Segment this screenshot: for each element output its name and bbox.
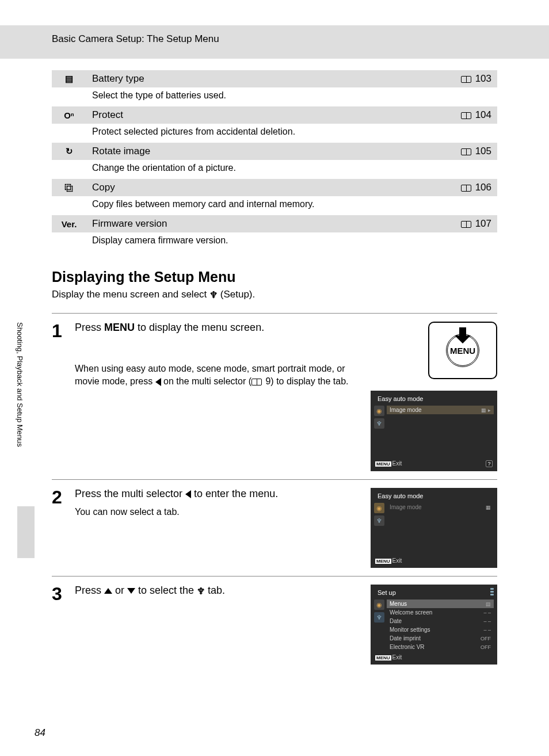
- step-2: 2 Press the multi selector to enter the …: [52, 488, 497, 568]
- divider: [52, 576, 497, 576]
- option-name: Rotate image: [86, 143, 451, 160]
- lcd-screenshot-3: Set up ◉ ♆ Menus▤Welcome screen– –Date– …: [371, 585, 497, 665]
- table-row-desc: Protect selected pictures from accidenta…: [52, 124, 497, 143]
- triangle-up-icon: [104, 588, 112, 594]
- step-number: 3: [52, 585, 75, 603]
- section-intro: Display the menu screen and select ♆ (Se…: [52, 289, 497, 300]
- lcd-row: Image mode▦ ▸: [387, 406, 494, 414]
- lcd-title: Set up: [374, 588, 399, 600]
- step-1-description: When using easy auto mode, scene mode, s…: [75, 362, 354, 388]
- rotate-icon: ↻: [52, 143, 86, 160]
- camera-tab-icon: ◉: [374, 503, 384, 513]
- wrench-tab-icon: ♆: [374, 516, 384, 526]
- book-icon: [461, 185, 471, 192]
- option-description: Display camera firmware version.: [86, 232, 497, 251]
- option-name: Copy: [86, 179, 451, 196]
- lcd-row: Date imprintOFF: [387, 634, 494, 643]
- menu-button-figure: MENU: [428, 322, 497, 379]
- step-number: 2: [52, 488, 75, 506]
- table-row: OⁿProtect 104: [52, 106, 497, 124]
- lcd-row: Electronic VROFF: [387, 643, 494, 651]
- step-1: 1 Press MENU to display the menu screen.…: [52, 322, 497, 471]
- table-row-desc: Select the type of batteries used.: [52, 87, 497, 106]
- step-3-title: Press or to select the ♆ tab.: [75, 585, 354, 597]
- page-ref: 106: [451, 179, 497, 196]
- table-row: ↻Rotate image 105: [52, 143, 497, 160]
- option-description: Change the orientation of a picture.: [86, 160, 497, 179]
- wrench-tab-icon: ♆: [374, 612, 384, 623]
- step-3: 3 Press or to select the ♆ tab. Set up: [52, 585, 497, 665]
- help-icon: ?: [486, 460, 493, 467]
- option-description: Select the type of batteries used.: [86, 87, 497, 106]
- step-1-title: Press MENU to display the menu screen.: [75, 322, 354, 334]
- page-ref: 105: [451, 143, 497, 160]
- page-header: Basic Camera Setup: The Setup Menu: [0, 25, 549, 59]
- down-arrow-icon: [455, 327, 471, 343]
- wrench-icon: ♆: [209, 289, 218, 300]
- battery-icon: ▤: [52, 70, 86, 87]
- book-icon: [461, 148, 471, 155]
- book-icon: [461, 76, 471, 83]
- option-description: Copy files between memory card and inter…: [86, 196, 497, 215]
- lcd-row: Monitor settings– –: [387, 625, 494, 634]
- step-2-description: You can now select a tab.: [75, 506, 354, 518]
- triangle-down-icon: [127, 588, 135, 594]
- lcd-row: Menus▤: [387, 600, 494, 608]
- wrench-icon: ♆: [197, 586, 205, 597]
- table-row: ▤Battery type 103: [52, 70, 497, 87]
- setup-options-table: ▤Battery type 103Select the type of batt…: [52, 70, 497, 251]
- lcd-screenshot-2: Easy auto mode ◉ ♆ Image mode▦: [371, 488, 497, 568]
- page-ref: 107: [451, 215, 497, 232]
- page-ref: 103: [451, 70, 497, 87]
- lcd-title: Easy auto mode: [374, 394, 494, 406]
- camera-tab-icon: ◉: [374, 600, 384, 610]
- table-row-desc: Display camera firmware version.: [52, 232, 497, 251]
- lcd-row: Date– –: [387, 617, 494, 625]
- triangle-left-icon: [185, 490, 191, 498]
- table-row: Ver.Firmware version 107: [52, 215, 497, 232]
- step-number: 1: [52, 322, 75, 340]
- scroll-indicator-icon: [490, 588, 494, 595]
- lcd-row: Image mode▦: [387, 503, 494, 511]
- book-icon: [461, 221, 471, 228]
- protect-icon: Oⁿ: [52, 106, 86, 124]
- option-description: Protect selected pictures from accidenta…: [86, 124, 497, 143]
- book-icon: [461, 112, 471, 119]
- triangle-left-icon: [155, 378, 161, 386]
- manual-page: Basic Camera Setup: The Setup Menu Shoot…: [0, 0, 549, 756]
- step-2-title: Press the multi selector to enter the me…: [75, 488, 354, 500]
- table-row-desc: Copy files between memory card and inter…: [52, 196, 497, 215]
- book-icon: [251, 379, 262, 385]
- page-ref: 104: [451, 106, 497, 124]
- menu-text-icon: MENU: [104, 322, 135, 333]
- table-row: ⿻Copy 106: [52, 179, 497, 196]
- lcd-screenshot-1: Easy auto mode ◉ ♆ Image mode▦ ▸: [371, 391, 497, 471]
- lcd-title: Easy auto mode: [374, 491, 494, 503]
- lcd-footer: MENUExit: [374, 555, 494, 564]
- divider: [52, 479, 497, 480]
- section-heading: Displaying the Setup Menu: [52, 269, 497, 285]
- table-row-desc: Change the orientation of a picture.: [52, 160, 497, 179]
- lcd-footer: MENUExit ?: [374, 457, 494, 468]
- divider: [52, 313, 497, 314]
- wrench-tab-icon: ♆: [374, 418, 384, 429]
- option-name: Firmware version: [86, 215, 451, 232]
- version-icon: Ver.: [52, 215, 86, 232]
- page-number: 84: [35, 727, 45, 739]
- option-name: Protect: [86, 106, 451, 124]
- copy-icon: ⿻: [52, 179, 86, 196]
- option-name: Battery type: [86, 70, 451, 87]
- lcd-footer: MENUExit: [374, 651, 494, 661]
- camera-tab-icon: ◉: [374, 406, 384, 416]
- lcd-row: Welcome screen– –: [387, 608, 494, 617]
